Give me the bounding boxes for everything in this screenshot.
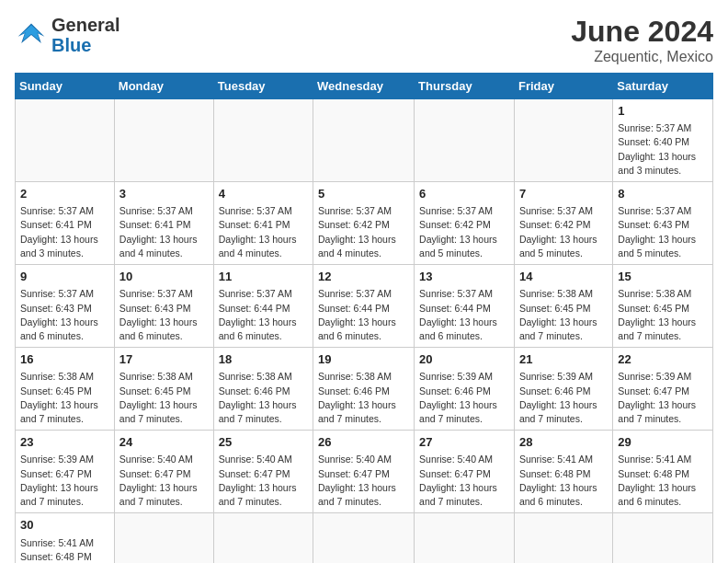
calendar-week-4: 16Sunrise: 5:38 AMSunset: 6:45 PMDayligh… — [16, 348, 713, 431]
calendar-header-tuesday: Tuesday — [213, 74, 313, 99]
calendar-week-3: 9Sunrise: 5:37 AMSunset: 6:43 PMDaylight… — [16, 265, 713, 348]
day-info: Sunrise: 5:37 AMSunset: 6:42 PMDaylight:… — [318, 204, 409, 260]
day-info: Sunrise: 5:39 AMSunset: 6:47 PMDaylight:… — [20, 453, 109, 509]
calendar-header-sunday: Sunday — [16, 74, 115, 99]
calendar-cell-29: 29Sunrise: 5:41 AMSunset: 6:48 PMDayligh… — [613, 431, 713, 513]
calendar-cell-5: 5Sunrise: 5:37 AMSunset: 6:42 PMDaylight… — [313, 182, 415, 265]
calendar-cell-13: 13Sunrise: 5:37 AMSunset: 6:44 PMDayligh… — [415, 265, 515, 348]
day-number: 5 — [318, 186, 409, 202]
day-number: 14 — [519, 269, 608, 285]
day-info: Sunrise: 5:40 AMSunset: 6:47 PMDaylight:… — [219, 453, 308, 509]
calendar-header-friday: Friday — [514, 74, 612, 99]
day-number: 23 — [20, 434, 109, 451]
day-number: 9 — [20, 269, 109, 285]
day-number: 21 — [519, 351, 608, 368]
day-number: 8 — [618, 186, 708, 202]
calendar-cell-empty — [114, 513, 213, 563]
day-number: 29 — [618, 434, 708, 451]
day-info: Sunrise: 5:37 AMSunset: 6:40 PMDaylight:… — [618, 121, 708, 178]
day-number: 30 — [20, 517, 109, 534]
day-info: Sunrise: 5:37 AMSunset: 6:41 PMDaylight:… — [219, 204, 308, 260]
calendar-week-2: 2Sunrise: 5:37 AMSunset: 6:41 PMDaylight… — [16, 182, 713, 265]
day-number: 28 — [519, 434, 608, 451]
day-info: Sunrise: 5:38 AMSunset: 6:45 PMDaylight:… — [20, 370, 109, 426]
calendar-cell-9: 9Sunrise: 5:37 AMSunset: 6:43 PMDaylight… — [16, 265, 115, 348]
calendar-cell-28: 28Sunrise: 5:41 AMSunset: 6:48 PMDayligh… — [514, 431, 612, 513]
calendar-cell-empty — [16, 99, 115, 182]
logo: GeneralBlue — [15, 15, 119, 55]
day-info: Sunrise: 5:38 AMSunset: 6:45 PMDaylight:… — [119, 370, 209, 426]
day-number: 6 — [419, 186, 509, 202]
day-number: 24 — [119, 434, 209, 451]
calendar-cell-empty — [213, 99, 313, 182]
calendar-cell-4: 4Sunrise: 5:37 AMSunset: 6:41 PMDaylight… — [213, 182, 313, 265]
logo-icon — [15, 18, 48, 52]
svg-marker-1 — [20, 25, 41, 40]
calendar-cell-10: 10Sunrise: 5:37 AMSunset: 6:43 PMDayligh… — [114, 265, 213, 348]
calendar-week-6: 30Sunrise: 5:41 AMSunset: 6:48 PMDayligh… — [16, 513, 713, 563]
day-info: Sunrise: 5:39 AMSunset: 6:47 PMDaylight:… — [618, 370, 708, 426]
day-number: 10 — [119, 269, 209, 285]
day-info: Sunrise: 5:38 AMSunset: 6:45 PMDaylight:… — [618, 287, 708, 343]
day-info: Sunrise: 5:37 AMSunset: 6:43 PMDaylight:… — [20, 287, 109, 343]
day-info: Sunrise: 5:37 AMSunset: 6:42 PMDaylight:… — [519, 204, 608, 260]
calendar-cell-8: 8Sunrise: 5:37 AMSunset: 6:43 PMDaylight… — [613, 182, 713, 265]
calendar-cell-26: 26Sunrise: 5:40 AMSunset: 6:47 PMDayligh… — [313, 431, 415, 513]
day-number: 12 — [318, 269, 409, 285]
day-number: 18 — [219, 351, 308, 368]
calendar-cell-6: 6Sunrise: 5:37 AMSunset: 6:42 PMDaylight… — [415, 182, 515, 265]
day-number: 27 — [419, 434, 509, 451]
calendar-cell-empty — [313, 513, 415, 563]
day-number: 16 — [20, 351, 109, 368]
calendar-cell-30: 30Sunrise: 5:41 AMSunset: 6:48 PMDayligh… — [16, 513, 115, 563]
logo-text: GeneralBlue — [51, 15, 119, 55]
day-number: 11 — [219, 269, 308, 285]
day-number: 15 — [618, 269, 708, 285]
day-info: Sunrise: 5:41 AMSunset: 6:48 PMDaylight:… — [519, 453, 608, 509]
calendar-week-5: 23Sunrise: 5:39 AMSunset: 6:47 PMDayligh… — [16, 431, 713, 513]
day-number: 4 — [219, 186, 308, 202]
day-info: Sunrise: 5:37 AMSunset: 6:43 PMDaylight:… — [119, 287, 209, 343]
day-number: 3 — [119, 186, 209, 202]
calendar-cell-15: 15Sunrise: 5:38 AMSunset: 6:45 PMDayligh… — [613, 265, 713, 348]
day-number: 13 — [419, 269, 509, 285]
calendar-cell-27: 27Sunrise: 5:40 AMSunset: 6:47 PMDayligh… — [415, 431, 515, 513]
calendar-cell-empty — [415, 99, 515, 182]
day-info: Sunrise: 5:37 AMSunset: 6:42 PMDaylight:… — [419, 204, 509, 260]
calendar-cell-empty — [213, 513, 313, 563]
calendar-header-saturday: Saturday — [613, 74, 713, 99]
calendar-cell-25: 25Sunrise: 5:40 AMSunset: 6:47 PMDayligh… — [213, 431, 313, 513]
calendar-table: SundayMondayTuesdayWednesdayThursdayFrid… — [15, 73, 713, 563]
calendar-cell-1: 1Sunrise: 5:37 AMSunset: 6:40 PMDaylight… — [613, 99, 713, 182]
calendar-cell-12: 12Sunrise: 5:37 AMSunset: 6:44 PMDayligh… — [313, 265, 415, 348]
page-header: GeneralBlue June 2024 Zequentic, Mexico — [15, 15, 713, 65]
calendar-cell-11: 11Sunrise: 5:37 AMSunset: 6:44 PMDayligh… — [213, 265, 313, 348]
day-info: Sunrise: 5:40 AMSunset: 6:47 PMDaylight:… — [119, 453, 209, 509]
day-info: Sunrise: 5:39 AMSunset: 6:46 PMDaylight:… — [419, 370, 509, 426]
day-info: Sunrise: 5:37 AMSunset: 6:44 PMDaylight:… — [318, 287, 409, 343]
calendar-cell-16: 16Sunrise: 5:38 AMSunset: 6:45 PMDayligh… — [16, 348, 115, 431]
calendar-cell-3: 3Sunrise: 5:37 AMSunset: 6:41 PMDaylight… — [114, 182, 213, 265]
calendar-cell-19: 19Sunrise: 5:38 AMSunset: 6:46 PMDayligh… — [313, 348, 415, 431]
day-info: Sunrise: 5:37 AMSunset: 6:44 PMDaylight:… — [219, 287, 308, 343]
day-info: Sunrise: 5:37 AMSunset: 6:44 PMDaylight:… — [419, 287, 509, 343]
calendar-cell-7: 7Sunrise: 5:37 AMSunset: 6:42 PMDaylight… — [514, 182, 612, 265]
day-number: 2 — [20, 186, 109, 202]
calendar-cell-empty — [613, 513, 713, 563]
day-info: Sunrise: 5:37 AMSunset: 6:41 PMDaylight:… — [20, 204, 109, 260]
calendar-subtitle: Zequentic, Mexico — [571, 49, 713, 65]
title-block: June 2024 Zequentic, Mexico — [571, 15, 713, 65]
calendar-cell-empty — [415, 513, 515, 563]
day-info: Sunrise: 5:38 AMSunset: 6:46 PMDaylight:… — [318, 370, 409, 426]
day-number: 22 — [618, 351, 708, 368]
day-number: 20 — [419, 351, 509, 368]
calendar-title: June 2024 — [571, 15, 713, 49]
calendar-cell-23: 23Sunrise: 5:39 AMSunset: 6:47 PMDayligh… — [16, 431, 115, 513]
calendar-cell-empty — [514, 513, 612, 563]
calendar-cell-14: 14Sunrise: 5:38 AMSunset: 6:45 PMDayligh… — [514, 265, 612, 348]
day-info: Sunrise: 5:39 AMSunset: 6:46 PMDaylight:… — [519, 370, 608, 426]
calendar-cell-2: 2Sunrise: 5:37 AMSunset: 6:41 PMDaylight… — [16, 182, 115, 265]
calendar-cell-20: 20Sunrise: 5:39 AMSunset: 6:46 PMDayligh… — [415, 348, 515, 431]
calendar-cell-empty — [514, 99, 612, 182]
day-number: 17 — [119, 351, 209, 368]
